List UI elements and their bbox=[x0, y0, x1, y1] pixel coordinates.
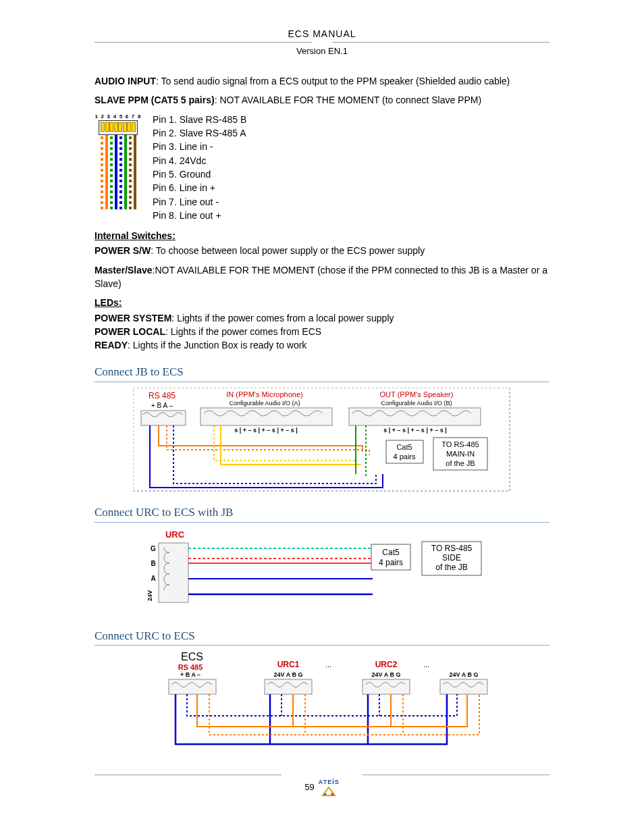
master-slave-para: Master/Slave:NOT AVAILABLE FOR THE MOMEN… bbox=[95, 263, 549, 291]
svg-text:Configurable Audio I/O (B): Configurable Audio I/O (B) bbox=[381, 400, 452, 407]
svg-text:RS 485: RS 485 bbox=[178, 663, 203, 671]
slave-ppm-label: SLAVE PPM (CAT5 5 pairs) bbox=[95, 95, 215, 105]
svg-text:URC1: URC1 bbox=[277, 660, 300, 669]
svg-rect-6 bbox=[200, 408, 332, 425]
pin-8: Pin 8. Line out + bbox=[153, 209, 246, 222]
svg-rect-10 bbox=[349, 408, 481, 425]
heading-connect-urc-to-ecs-with-jb: Connect URC to ECS with JB bbox=[95, 504, 549, 523]
svg-text:TO RS-485: TO RS-485 bbox=[431, 544, 473, 553]
power-sw-para: POWER S/W: To choose between local power… bbox=[95, 244, 549, 257]
svg-rect-20 bbox=[159, 543, 188, 602]
svg-text:MAIN-IN: MAIN-IN bbox=[446, 450, 475, 458]
svg-rect-38 bbox=[265, 679, 312, 694]
heading-connect-jb-to-ecs: Connect JB to ECS bbox=[95, 364, 549, 382]
leds-heading: LEDs: bbox=[95, 296, 549, 309]
svg-text:URC2: URC2 bbox=[375, 660, 398, 669]
page-number: 59 bbox=[304, 781, 314, 794]
slave-ppm-para: SLAVE PPM (CAT5 5 pairs): NOT AVAILABLE … bbox=[95, 93, 549, 107]
svg-text:B: B bbox=[151, 560, 155, 567]
diagram-urc-to-ecs-with-jb: URC G B A 24V Cat5 4 pairs TO RS-485 SID… bbox=[146, 528, 498, 616]
svg-text:s | +    –    s | +    –    s : s | + – s | + – s | + – s | bbox=[234, 427, 297, 434]
svg-text:OUT (PPM's Speaker): OUT (PPM's Speaker) bbox=[380, 390, 454, 398]
pin-4: Pin 4. 24Vdc bbox=[153, 154, 246, 167]
brand-logo-icon: ATEÏS bbox=[319, 778, 340, 796]
diagram-jb-to-ecs: RS 485 + B A – IN (PPM's Microphone) Con… bbox=[133, 388, 511, 492]
footer-rule bbox=[95, 775, 549, 775]
svg-text:s | +    –    s | +    –    s : s | + – s | + – s | + – s | bbox=[383, 427, 446, 434]
svg-text:G: G bbox=[151, 545, 156, 552]
internal-switches-heading: Internal Switches: bbox=[95, 229, 549, 242]
rj45-connector-icon: 1 2 3 4 5 6 7 8 bbox=[95, 113, 142, 214]
svg-text:Cat5: Cat5 bbox=[396, 443, 412, 451]
pin-1: Pin 1. Slave RS-485 B bbox=[153, 113, 246, 126]
pin-7: Pin 7. Line out - bbox=[153, 195, 246, 209]
svg-text:...: ... bbox=[423, 660, 429, 669]
svg-rect-35 bbox=[169, 679, 216, 694]
power-local-para: POWER LOCAL: Lights if the power comes f… bbox=[95, 325, 549, 338]
svg-text:A: A bbox=[151, 575, 155, 582]
svg-text:4 pairs: 4 pairs bbox=[379, 558, 403, 567]
svg-text:Cat5: Cat5 bbox=[382, 548, 400, 557]
header-rule bbox=[95, 42, 549, 43]
svg-text:IN (PPM's Microphone): IN (PPM's Microphone) bbox=[226, 390, 302, 398]
svg-text:of the JB: of the JB bbox=[435, 563, 467, 572]
svg-text:+  B  A  –: + B A – bbox=[151, 402, 173, 409]
pin-3: Pin 3. Line in - bbox=[153, 140, 246, 153]
svg-text:ECS: ECS bbox=[181, 651, 203, 662]
pin-6: Pin 6. Line in + bbox=[153, 181, 246, 194]
svg-text:TO RS-485: TO RS-485 bbox=[441, 440, 479, 448]
svg-text:24V  A   B   G: 24V A B G bbox=[372, 671, 401, 678]
svg-rect-42 bbox=[363, 679, 410, 694]
slave-ppm-text: : NOT AVAILABLE FOR THE MOMENT (to conne… bbox=[215, 95, 482, 105]
svg-text:Configurable Audio I/O (A): Configurable Audio I/O (A) bbox=[229, 400, 300, 407]
svg-rect-45 bbox=[440, 679, 487, 694]
pin-list: Pin 1. Slave RS-485 B Pin 2. Slave RS-48… bbox=[153, 113, 246, 222]
svg-text:24V: 24V bbox=[146, 590, 153, 601]
audio-input-label: AUDIO INPUT bbox=[95, 76, 156, 86]
svg-text:RS 485: RS 485 bbox=[149, 391, 176, 400]
svg-text:URC: URC bbox=[165, 529, 185, 540]
svg-text:24V  A   B   G: 24V A B G bbox=[450, 671, 479, 678]
rj45-section: 1 2 3 4 5 6 7 8 Pin 1. Slave RS-485 B Pi… bbox=[95, 113, 549, 222]
header-title: ECS MANUAL bbox=[95, 27, 549, 42]
svg-text:24V  A   B   G: 24V A B G bbox=[274, 671, 303, 678]
pin-5: Pin 5. Ground bbox=[153, 167, 246, 181]
svg-point-47 bbox=[331, 793, 333, 796]
diagram-urc-to-ecs: ECS RS 485 + B A – URC1 24V A B G ... UR… bbox=[150, 651, 494, 756]
svg-text:...: ... bbox=[325, 660, 331, 669]
svg-point-46 bbox=[325, 793, 327, 796]
pin-2: Pin 2. Slave RS-485 A bbox=[153, 126, 246, 140]
audio-input-text: : To send audio signal from a ECS output… bbox=[156, 76, 510, 86]
svg-text:+  B  A  –: + B A – bbox=[180, 671, 200, 678]
audio-input-para: AUDIO INPUT: To send audio signal from a… bbox=[95, 74, 549, 88]
svg-text:of the JB: of the JB bbox=[446, 459, 475, 467]
ready-para: READY: Lights if the Junction Box is rea… bbox=[95, 338, 549, 352]
svg-text:SIDE: SIDE bbox=[442, 553, 461, 563]
footer: 59 ATEÏS bbox=[95, 775, 549, 796]
heading-connect-urc-to-ecs: Connect URC to ECS bbox=[95, 628, 549, 646]
power-system-para: POWER SYSTEM: Lights if the power comes … bbox=[95, 311, 549, 325]
header-version: Version EN.1 bbox=[95, 45, 549, 58]
svg-text:4 pairs: 4 pairs bbox=[393, 452, 416, 461]
